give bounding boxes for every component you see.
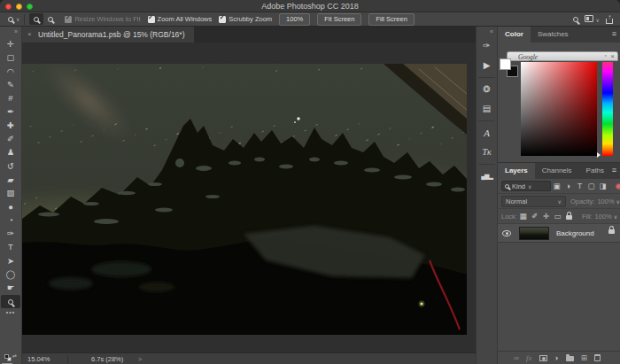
filter-kind-dropdown[interactable]: Kind ∨ <box>501 181 551 191</box>
delete-layer-icon[interactable] <box>594 354 601 361</box>
saturation-brightness-field[interactable] <box>521 62 597 156</box>
layer-name: Background <box>556 229 594 237</box>
lock-artboard-icon[interactable]: ▭ <box>552 212 563 221</box>
type-tool[interactable]: T <box>0 240 21 253</box>
chevron-down-icon: ∨ <box>614 213 617 220</box>
filter-shape-layers-icon[interactable]: ▢ <box>585 182 597 190</box>
zoom-in-button[interactable] <box>29 13 43 25</box>
dodge-tool[interactable]: ◔ <box>0 213 21 227</box>
filter-adjustment-layers-icon[interactable]: ◑ <box>562 182 574 190</box>
toolbar-expand-icon[interactable]: » <box>0 27 21 37</box>
lock-transparency-icon[interactable]: ▦ <box>517 212 529 221</box>
layer-visibility-eye-icon[interactable] <box>502 230 511 236</box>
chevron-down-icon: ∨ <box>596 18 600 23</box>
close-tab-icon[interactable]: × <box>27 30 32 38</box>
filter-pixel-layers-icon[interactable]: ▣ <box>551 182 562 190</box>
current-tool-badge[interactable]: ∨ <box>8 16 19 22</box>
zoom-out-button[interactable] <box>43 13 58 25</box>
spot-healing-brush-tool[interactable]: ✚ <box>0 119 21 132</box>
zoom-tool[interactable] <box>1 295 20 308</box>
lock-paint-icon[interactable]: ✐ <box>529 212 540 221</box>
hand-tool[interactable]: ☛ <box>0 281 21 294</box>
chevron-down-icon: ∨ <box>16 16 19 22</box>
new-layer-icon[interactable]: ⊞ <box>581 353 587 362</box>
default-colors-icon[interactable]: ⇄ <box>3 354 19 361</box>
layer-style-fx-icon[interactable]: fx <box>526 353 532 362</box>
panel-menu-icon[interactable]: ≡ <box>612 166 616 174</box>
lock-all-icon[interactable] <box>563 212 575 221</box>
lock-icon <box>566 215 572 220</box>
status-chevron-icon[interactable]: > <box>138 356 142 362</box>
filter-smart-objects-icon[interactable]: ◨ <box>597 182 608 190</box>
move-tool[interactable]: ✛ <box>0 37 21 50</box>
blur-tool[interactable]: ● <box>0 200 21 213</box>
fill-value: 100% <box>595 213 612 221</box>
layer-thumbnail[interactable] <box>519 227 549 240</box>
zoom-level-field[interactable]: 15.04% <box>22 355 68 363</box>
restore-window-icon[interactable]: ▫ <box>605 52 607 58</box>
fill-screen-button[interactable]: Fill Screen <box>368 13 414 26</box>
layer-row-background[interactable]: Background <box>498 224 620 243</box>
fit-screen-button[interactable]: Fit Screen <box>317 13 361 26</box>
edit-toolbar-button[interactable]: ••• <box>0 308 21 316</box>
close-window-icon[interactable]: × <box>610 52 615 60</box>
chevron-down-icon: ∨ <box>557 198 561 205</box>
ellipse-tool[interactable]: ◯ <box>0 267 21 281</box>
paragraph-styles-panel-icon[interactable]: A <box>477 123 497 143</box>
tab-layers[interactable]: Layers <box>498 163 535 179</box>
link-layers-icon[interactable]: ∞ <box>514 353 519 362</box>
glyphs-panel-icon[interactable]: Tᴋ <box>477 143 497 162</box>
new-group-icon[interactable] <box>566 356 574 361</box>
add-layer-mask-icon[interactable] <box>539 355 547 361</box>
crop-tool[interactable]: # <box>0 91 21 105</box>
checkbox-resize-windows-to-fit[interactable]: Resize Windows to Fit <box>65 15 140 23</box>
share-icon[interactable] <box>606 19 613 24</box>
search-icon[interactable] <box>573 17 578 22</box>
workspace-switcher[interactable]: ∨ <box>585 15 600 24</box>
clone-stamp-tool[interactable]: ♟ <box>0 145 21 159</box>
histogram-panel-icon[interactable]: ▄▆▂ <box>477 167 497 186</box>
fill-label: Fill: <box>582 213 593 221</box>
brush-settings-panel-icon[interactable]: ✑ <box>477 36 497 56</box>
panel-menu-icon[interactable]: ≡ <box>612 29 616 38</box>
checkbox-scrubby-zoom[interactable]: Scrubby Zoom <box>219 15 272 23</box>
tab-color[interactable]: Color <box>498 27 531 43</box>
history-brush-tool[interactable]: ↺ <box>0 159 21 173</box>
document-tab[interactable]: × Untitled_Panorama1.psb @ 15% (RGB/16*) <box>22 27 194 43</box>
opacity-dropdown[interactable]: 100% ∨ <box>597 197 620 205</box>
quick-selection-tool[interactable]: ✎ <box>0 78 21 91</box>
actions-panel-icon[interactable]: ▶ <box>477 56 497 75</box>
panel-foreground-color-swatch[interactable] <box>500 58 511 70</box>
tab-paths[interactable]: Paths <box>579 163 611 179</box>
blend-mode-value: Normal <box>506 197 527 205</box>
fill-dropdown[interactable]: 100% ∨ <box>595 213 618 221</box>
blend-mode-dropdown[interactable]: Normal ∨ <box>501 196 566 207</box>
canvas-image[interactable] <box>22 64 467 335</box>
hue-slider[interactable] <box>602 62 613 156</box>
zoom-tool-icon <box>8 17 13 22</box>
zoom-100-button[interactable]: 100% <box>279 13 310 26</box>
tab-channels[interactable]: Channels <box>535 163 579 179</box>
checkbox-zoom-all-windows[interactable]: Zoom All Windows <box>148 15 213 23</box>
pen-tool[interactable]: ✑ <box>0 227 21 240</box>
google-window-title: Google <box>518 53 538 61</box>
panel-column: Color Swatches ≡ Google ▫ × Layers Chann… <box>498 27 620 364</box>
styles-panel-icon[interactable]: ▤ <box>477 99 497 119</box>
eraser-tool[interactable]: ▰ <box>0 173 21 186</box>
path-selection-tool[interactable]: ➤ <box>0 254 21 267</box>
new-adjustment-layer-icon[interactable]: ◑ <box>554 353 559 362</box>
eyedropper-tool[interactable]: ✒ <box>0 105 21 118</box>
google-floating-window[interactable]: Google ▫ × <box>507 51 618 61</box>
rectangular-marquee-tool[interactable]: ▢ <box>0 50 21 64</box>
brush-tool[interactable]: ✐ <box>0 132 21 145</box>
swap-colors-icon[interactable]: ⇄ <box>12 352 17 359</box>
lock-position-icon[interactable]: ✛ <box>540 212 552 221</box>
collapse-dock-icon[interactable]: « <box>477 27 497 36</box>
lasso-tool[interactable]: ◠ <box>0 65 21 78</box>
adjustments-panel-icon[interactable]: ❂ <box>477 80 497 99</box>
filter-toggle-icon[interactable] <box>616 183 620 190</box>
filter-type-layers-icon[interactable]: T <box>574 182 585 190</box>
tab-swatches[interactable]: Swatches <box>531 27 576 43</box>
window-titlebar: Adobe Photoshop CC 2018 <box>0 0 620 12</box>
gradient-tool[interactable]: ▧ <box>0 186 21 199</box>
